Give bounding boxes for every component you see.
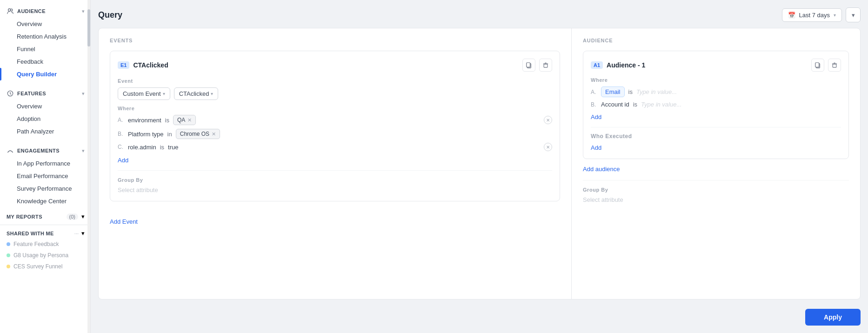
date-label: Last 7 days xyxy=(799,12,830,19)
audience-condition-name-a[interactable]: Email xyxy=(601,87,625,97)
sidebar-item-query-builder[interactable]: Query Builder xyxy=(0,68,90,80)
shared-item-label-0: Feature Feedback xyxy=(13,241,59,247)
engagements-section-header[interactable]: ENGAGEMENTS ▾ xyxy=(0,143,90,157)
add-audience-link[interactable]: Add audience xyxy=(583,166,849,173)
group-by-select[interactable]: Select attribute xyxy=(118,186,158,193)
svg-rect-6 xyxy=(545,63,547,63)
condition-row-b: B. Platform type in Chrome OS ✕ xyxy=(118,129,552,139)
sidebar-item-adoption[interactable]: Adoption xyxy=(0,113,90,125)
delete-event-button[interactable] xyxy=(539,59,552,72)
tag-remove-b[interactable]: ✕ xyxy=(212,131,216,137)
page-title: Query xyxy=(98,10,122,20)
sidebar-item-path-analyzer[interactable]: Path Analyzer xyxy=(0,125,90,138)
date-controls: 📅 Last 7 days ▾ ▾ xyxy=(782,7,861,22)
audience-nav-items: Overview Retention Analysis Funnel Feedb… xyxy=(0,18,90,80)
tag-remove-a[interactable]: ✕ xyxy=(187,117,192,123)
event-group-by: Group By Select attribute xyxy=(118,170,552,193)
audience-group-by-select[interactable]: Select attribute xyxy=(583,196,623,203)
engagements-section: ENGAGEMENTS ▾ In App Performance Email P… xyxy=(0,140,90,209)
shared-dot-2 xyxy=(7,265,10,268)
features-section-title: FEATURES xyxy=(17,91,79,96)
remove-condition-c[interactable]: ✕ xyxy=(544,143,552,151)
audience-icon xyxy=(7,7,14,15)
sidebar-scrollbar-thumb[interactable] xyxy=(87,9,90,47)
condition-tag-b[interactable]: Chrome OS ✕ xyxy=(176,129,220,139)
who-executed-add-link[interactable]: Add xyxy=(591,144,601,151)
row-letter-a: A. xyxy=(118,117,124,123)
sidebar-item-retention[interactable]: Retention Analysis xyxy=(0,30,90,43)
event-type-row: Custom Event ▾ CTAclicked ▾ xyxy=(118,87,552,100)
engagements-nav-items: In App Performance Email Performance Sur… xyxy=(0,157,90,207)
date-picker[interactable]: 📅 Last 7 days ▾ xyxy=(782,8,842,22)
copy-event-button[interactable] xyxy=(522,59,535,72)
my-reports-badge: (0) xyxy=(67,213,78,220)
sidebar-item-in-app-performance[interactable]: In App Performance xyxy=(0,157,90,170)
sidebar-item-knowledge-center[interactable]: Knowledge Center xyxy=(0,195,90,207)
audience-condition-row-b: B. Account id is Type in value... xyxy=(591,101,841,108)
shared-item-0[interactable]: Feature Feedback xyxy=(0,239,90,250)
sidebar-item-funnel[interactable]: Funnel xyxy=(0,43,90,55)
event-header: E1 CTAclicked xyxy=(118,59,552,72)
audience-add-condition-link[interactable]: Add xyxy=(591,113,601,120)
svg-rect-12 xyxy=(833,64,836,67)
event-name: CTAclicked xyxy=(133,61,168,69)
audience-block: A1 Audience - 1 Where xyxy=(583,51,849,159)
sidebar-scrollbar-track xyxy=(87,0,90,333)
condition-row-c: C. role.admin is true ✕ xyxy=(118,143,552,151)
add-condition-link[interactable]: Add xyxy=(118,157,128,164)
condition-op-a: is xyxy=(165,117,169,124)
condition-name-b: Platform type xyxy=(128,131,164,138)
sidebar-item-overview-audience[interactable]: Overview xyxy=(0,18,90,30)
collapse-button[interactable]: ▾ xyxy=(846,7,861,22)
audience-group-by: Group By Select attribute xyxy=(583,180,849,203)
shared-chevron: ▾ xyxy=(81,230,85,237)
sidebar-item-overview-features[interactable]: Overview xyxy=(0,100,90,113)
svg-rect-9 xyxy=(815,63,819,67)
features-icon xyxy=(7,90,14,97)
apply-button[interactable]: Apply xyxy=(805,309,861,326)
delete-audience-button[interactable] xyxy=(828,59,841,72)
condition-row-a: A. environment is QA ✕ ✕ xyxy=(118,115,552,125)
where-label: Where xyxy=(118,106,552,111)
sidebar-item-email-performance[interactable]: Email Performance xyxy=(0,170,90,182)
features-chevron: ▾ xyxy=(82,91,85,97)
query-header: Query 📅 Last 7 days ▾ ▾ xyxy=(98,7,861,22)
my-reports-chevron: ▾ xyxy=(81,213,85,220)
audience-row-letter-b: B. xyxy=(591,101,597,108)
sidebar-item-survey-performance[interactable]: Survey Performance xyxy=(0,182,90,195)
svg-rect-4 xyxy=(527,63,530,67)
condition-op-c: is xyxy=(160,144,164,151)
event-name-value: CTAclicked xyxy=(179,90,209,97)
add-event-link[interactable]: Add Event xyxy=(110,218,138,225)
audience-group-by-label: Group By xyxy=(583,187,849,193)
audience-condition-placeholder-a[interactable]: Type in value... xyxy=(636,88,677,95)
shared-item-2[interactable]: CES Survey Funnel xyxy=(0,261,90,272)
event-name-dropdown[interactable]: CTAclicked ▾ xyxy=(174,87,219,100)
audience-condition-op-a: is xyxy=(628,88,633,95)
audience-condition-placeholder-b[interactable]: Type in value... xyxy=(641,101,681,108)
audience-where-label: Where xyxy=(591,77,841,83)
engagements-icon xyxy=(7,147,14,154)
svg-rect-11 xyxy=(834,63,835,63)
copy-audience-button[interactable] xyxy=(811,59,824,72)
shared-title: SHARED WITH ME xyxy=(7,231,72,236)
shared-dot-1 xyxy=(7,253,10,257)
features-section-header[interactable]: FEATURES ▾ xyxy=(0,86,90,100)
audience-panel: AUDIENCE A1 Audience - 1 xyxy=(572,28,860,299)
add-event-area: Add Event xyxy=(110,209,560,229)
audience-section-header[interactable]: AUDIENCE ▾ xyxy=(0,4,90,18)
shared-header[interactable]: SHARED WITH ME ··· ▾ xyxy=(0,227,90,239)
audience-header: A1 Audience - 1 xyxy=(591,59,841,72)
condition-op-b: in xyxy=(167,131,172,138)
remove-condition-a[interactable]: ✕ xyxy=(544,116,552,124)
event-type-dropdown[interactable]: Custom Event ▾ xyxy=(118,87,170,100)
shared-item-1[interactable]: G8 Usage by Persona xyxy=(0,250,90,261)
event-badge: E1 xyxy=(118,61,129,69)
sidebar-item-feedback[interactable]: Feedback xyxy=(0,55,90,68)
event-actions xyxy=(522,59,552,72)
my-reports-section[interactable]: MY REPORTS (0) ▾ xyxy=(0,209,90,223)
tag-value-b: Chrome OS xyxy=(180,131,209,137)
condition-tag-a[interactable]: QA ✕ xyxy=(173,115,196,125)
audience-condition-name-b: Account id xyxy=(601,101,629,108)
shared-section: SHARED WITH ME ··· ▾ Feature Feedback G8… xyxy=(0,225,90,274)
